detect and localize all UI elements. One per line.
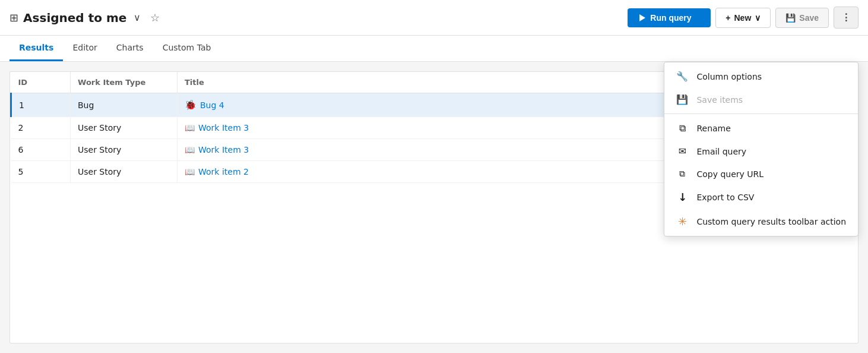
menu-item-copy-query-url[interactable]: ⧉Copy query URL (664, 163, 858, 185)
ellipsis-icon: ⋮ (841, 12, 851, 23)
menu-item-email-query[interactable]: ✉Email query (664, 140, 858, 163)
tab-custom[interactable]: Custom Tab (153, 36, 221, 61)
cell-type: Bug (71, 93, 178, 117)
save-button[interactable]: 💾 Save (775, 8, 829, 28)
menu-item-label: Custom query results toolbar action (696, 217, 846, 226)
col-header-id: ID (11, 72, 71, 93)
wrench-icon: 🔧 (676, 71, 688, 82)
dropdown-menu: 🔧Column options💾Save items⧉Rename✉Email … (664, 62, 859, 237)
story-icon: 📖 (185, 123, 195, 133)
story-icon: 📖 (185, 145, 195, 155)
star-icon: ☆ (150, 12, 160, 24)
copy-icon: ⧉ (676, 169, 688, 179)
menu-item-export-csv[interactable]: ↓Export to CSV (664, 185, 858, 209)
title-text: Work item 2 (198, 167, 249, 176)
cell-id: 2 (11, 117, 71, 139)
new-chevron-icon: ∨ (755, 13, 761, 23)
run-query-label: Run query (650, 13, 691, 23)
menu-item-label: Export to CSV (696, 193, 754, 202)
title-text: Work Item 3 (198, 145, 249, 155)
story-icon: 📖 (185, 167, 195, 176)
cell-type: User Story (71, 161, 178, 183)
cell-id: 6 (11, 139, 71, 161)
menu-divider (664, 114, 858, 114)
email-icon: ✉ (676, 146, 688, 157)
main-content: ID Work Item Type Title 1Bug🐞Bug 42User … (0, 62, 868, 353)
save-icon: 💾 (785, 13, 796, 23)
favorite-button[interactable]: ☆ (148, 9, 162, 27)
menu-item-column-options[interactable]: 🔧Column options (664, 65, 858, 88)
more-options-button[interactable]: ⋮ (834, 7, 859, 29)
grid-icon: ⊞ (9, 11, 18, 24)
title-text: Work Item 3 (198, 123, 249, 133)
cell-type: User Story (71, 117, 178, 139)
download-icon: ↓ (676, 191, 688, 203)
asterisk-icon: ✳ (676, 215, 688, 228)
toolbar: ⊞ Assigned to me ∨ ☆ Run query + New ∨ 💾… (0, 0, 868, 36)
plus-icon: + (726, 13, 730, 23)
cell-type: User Story (71, 139, 178, 161)
toolbar-left: ⊞ Assigned to me ∨ ☆ (9, 9, 623, 27)
menu-item-rename[interactable]: ⧉Rename (664, 116, 858, 140)
menu-item-label: Email query (696, 147, 746, 156)
chevron-down-icon: ∨ (134, 12, 141, 23)
col-header-type: Work Item Type (71, 72, 178, 93)
play-icon (639, 14, 645, 21)
cell-id: 5 (11, 161, 71, 183)
page-title: Assigned to me (23, 11, 126, 25)
tabs-bar: Results Editor Charts Custom Tab (0, 36, 868, 62)
save-label: Save (799, 13, 819, 23)
rename-icon: ⧉ (676, 122, 688, 134)
menu-item-label: Save items (696, 95, 743, 105)
title-text: Bug 4 (200, 100, 224, 110)
menu-item-label: Rename (696, 124, 730, 133)
menu-item-label: Copy query URL (696, 169, 764, 179)
cell-id: 1 (11, 93, 71, 117)
tab-charts[interactable]: Charts (107, 36, 153, 61)
title-chevron-button[interactable]: ∨ (131, 10, 143, 26)
tab-results[interactable]: Results (9, 36, 63, 61)
new-button[interactable]: + New ∨ (715, 8, 771, 28)
toolbar-right: Run query + New ∨ 💾 Save ⋮ (628, 7, 859, 29)
menu-item-custom-action[interactable]: ✳Custom query results toolbar action (664, 209, 858, 234)
run-query-button[interactable]: Run query (628, 8, 711, 27)
new-label: New (734, 13, 752, 23)
bug-icon: 🐞 (185, 99, 197, 111)
menu-item-label: Column options (696, 72, 762, 81)
menu-item-save-items: 💾Save items (664, 88, 858, 111)
tab-editor[interactable]: Editor (63, 36, 106, 61)
save-icon: 💾 (676, 94, 688, 105)
